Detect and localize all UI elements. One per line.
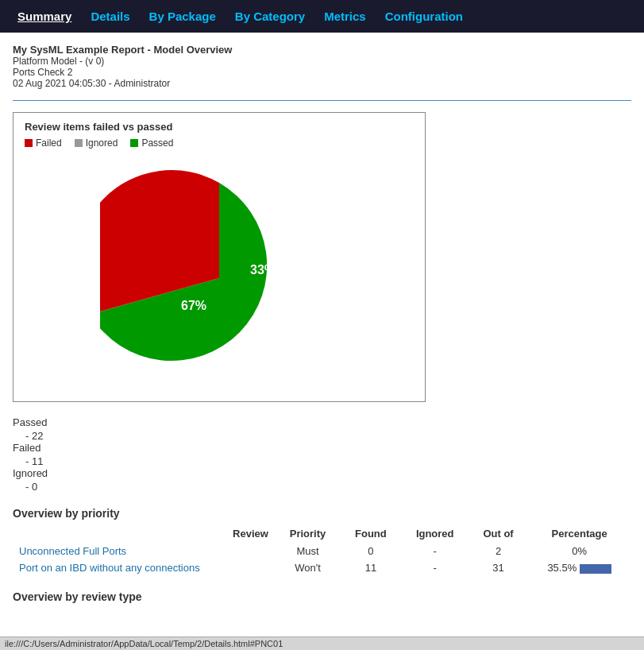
header-info: My SysML Example Report - Model Overview…: [13, 44, 631, 89]
nav-summary[interactable]: Summary: [8, 6, 81, 26]
legend-ignored: Ignored: [75, 137, 118, 149]
chart-container: Review items failed vs passed Failed Ign…: [13, 112, 426, 402]
row2-review[interactable]: Port on an IBD without any connections: [13, 559, 275, 576]
pie-svg: 33% 67%: [100, 163, 338, 385]
nav-metrics[interactable]: Metrics: [314, 6, 376, 26]
ignored-stat: Ignored: [13, 467, 631, 479]
table-row: Port on an IBD without any connections W…: [13, 559, 631, 576]
row1-review[interactable]: Unconnected Full Ports: [13, 543, 275, 559]
ignored-value: - 0: [13, 481, 631, 493]
section-divider: [13, 100, 631, 101]
row1-found: 0: [341, 543, 400, 559]
row2-pct-text: 35.5%: [547, 562, 577, 574]
report-title: My SysML Example Report - Model Overview: [13, 44, 631, 56]
chart-legend: Failed Ignored Passed: [25, 137, 414, 149]
legend-ignored-label: Ignored: [86, 137, 118, 149]
legend-failed: Failed: [25, 137, 62, 149]
failed-dot: [25, 139, 33, 147]
status-text: ile:///C:/Users/Administrator/AppData/Lo…: [5, 639, 283, 648]
col-ignored: Ignored: [401, 524, 469, 543]
col-priority: Priority: [275, 524, 341, 543]
failed-stat: Failed: [13, 442, 631, 454]
row2-out-of: 31: [469, 559, 527, 576]
row2-ignored: -: [401, 559, 469, 576]
overview-type-section: Overview by review type: [13, 590, 631, 603]
row1-ignored: -: [401, 543, 469, 559]
row2-found: 11: [341, 559, 400, 576]
row1-percentage: 0%: [527, 543, 631, 559]
chart-title: Review items failed vs passed: [25, 121, 414, 133]
nav-configuration[interactable]: Configuration: [376, 6, 472, 26]
nav-details[interactable]: Details: [81, 6, 139, 26]
col-percentage: Percentage: [527, 524, 631, 543]
legend-passed: Passed: [130, 137, 173, 149]
col-review: Review: [13, 524, 275, 543]
ignored-label: Ignored: [13, 467, 48, 479]
platform-model: Platform Model - (v 0): [13, 56, 631, 67]
ports-check-label: Ports Check 2: [13, 67, 631, 78]
table-row: Unconnected Full Ports Must 0 - 2 0%: [13, 543, 631, 559]
row2-percentage: 35.5%: [527, 559, 631, 576]
passed-label: Passed: [13, 416, 47, 428]
overview-type-heading: Overview by review type: [13, 590, 631, 603]
overview-priority-heading: Overview by priority: [13, 507, 631, 520]
passed-dot: [130, 139, 138, 147]
legend-failed-label: Failed: [36, 137, 62, 149]
col-out-of: Out of: [469, 524, 527, 543]
timestamp-label: 02 Aug 2021 04:05:30 - Administrator: [13, 78, 631, 89]
pie-failed-label: 33%: [250, 263, 276, 277]
nav-by-package[interactable]: By Package: [140, 6, 226, 26]
col-found: Found: [341, 524, 400, 543]
row1-priority: Must: [275, 543, 341, 559]
nav-by-category[interactable]: By Category: [226, 6, 314, 26]
pie-passed-label: 67%: [181, 299, 206, 312]
row1-out-of: 2: [469, 543, 527, 559]
failed-value: - 11: [13, 455, 631, 467]
passed-value: - 22: [13, 430, 631, 442]
priority-table: Review Priority Found Ignored Out of Per…: [13, 524, 631, 576]
row2-priority: Won't: [275, 559, 341, 576]
overview-priority-section: Overview by priority Review Priority Fou…: [13, 507, 631, 576]
table-header-row: Review Priority Found Ignored Out of Per…: [13, 524, 631, 543]
passed-stat: Passed: [13, 416, 631, 428]
legend-passed-label: Passed: [141, 137, 173, 149]
row2-bar: [580, 564, 611, 574]
pie-chart: 33% 67%: [25, 155, 414, 393]
failed-label: Failed: [13, 442, 40, 454]
ignored-dot: [75, 139, 83, 147]
status-bar: ile:///C:/Users/Administrator/AppData/Lo…: [0, 636, 644, 650]
navbar: Summary Details By Package By Category M…: [0, 0, 644, 33]
stats-section: Passed - 22 Failed - 11 Ignored - 0: [13, 416, 631, 493]
main-content: My SysML Example Report - Model Overview…: [0, 33, 644, 650]
